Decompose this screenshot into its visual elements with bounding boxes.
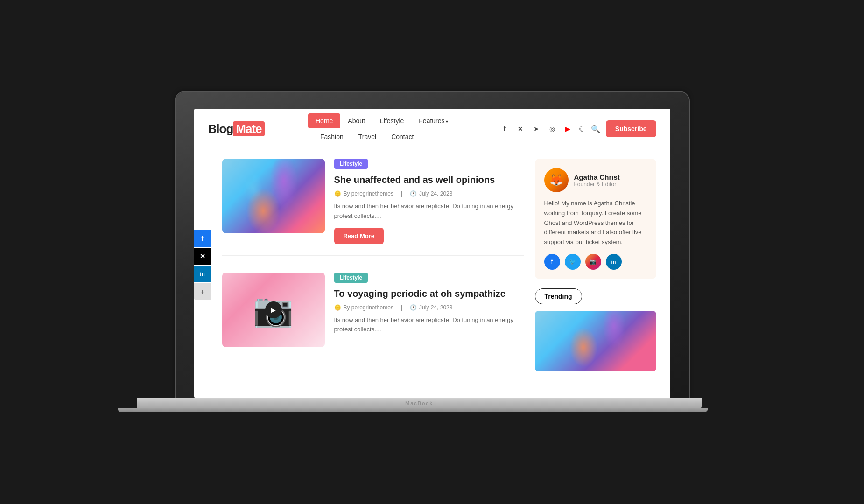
navigation: Home About Lifestyle Features Fashion Tr… <box>308 113 456 144</box>
trending-section: Trending <box>535 288 656 371</box>
article-2-excerpt: Its now and then her behavior are replic… <box>334 315 524 335</box>
trending-image <box>535 311 656 371</box>
nav-bottom: Fashion Travel Contact <box>313 129 456 144</box>
article-2-content: Lifestyle To voyaging periodic at oh sym… <box>334 273 524 342</box>
search-button[interactable]: 🔍 <box>591 125 600 133</box>
author-icon: 🪙 <box>334 190 341 197</box>
article-1-image <box>222 159 325 233</box>
laptop-brand-label: MacBook <box>405 400 433 406</box>
article-1-title: She unaffected and as well opinions <box>334 174 524 186</box>
article-1-meta: 🪙 By peregrinethemes | 🕐 July 24, 2023 <box>334 190 524 197</box>
site-logo: BlogMate <box>208 122 265 136</box>
nav-item-about[interactable]: About <box>340 113 372 128</box>
subscribe-button[interactable]: Subscribe <box>606 120 656 137</box>
article-2-tag[interactable]: Lifestyle <box>334 273 368 283</box>
laptop-screen: BlogMate Home About Lifestyle Features F… <box>194 109 670 398</box>
nav-top: Home About Lifestyle Features <box>308 113 456 128</box>
author-card: 🦊 Agatha Christ Founder & Editor Hello! … <box>535 159 656 279</box>
sidebar-x-icon[interactable]: ✕ <box>194 248 211 265</box>
header-youtube-icon[interactable]: ▶ <box>563 124 573 134</box>
header-instagram-icon[interactable]: ◎ <box>547 124 557 134</box>
article-divider <box>222 255 524 256</box>
author-info: Agatha Christ Founder & Editor <box>574 173 620 188</box>
header-telegram-icon[interactable]: ➤ <box>531 124 541 134</box>
dark-mode-toggle[interactable]: ☾ <box>579 125 585 133</box>
article-card-2: 📷 ▶ Lifestyle To voyaging periodic at oh… <box>222 273 524 347</box>
article-1-tag[interactable]: Lifestyle <box>334 159 368 169</box>
author-name: Agatha Christ <box>574 173 620 181</box>
author-instagram-icon[interactable]: 📷 <box>585 254 601 270</box>
author-linkedin-icon[interactable]: in <box>606 254 622 270</box>
article-1-excerpt: Its now and then her behavior are replic… <box>334 202 524 221</box>
social-sidebar: f ✕ in + <box>194 230 211 300</box>
laptop-base: MacBook <box>137 398 702 408</box>
site-content: BlogMate Home About Lifestyle Features F… <box>194 109 670 381</box>
author-avatar: 🦊 <box>544 168 569 192</box>
article-card-1: Lifestyle She unaffected and as well opi… <box>222 159 524 244</box>
article-1-read-more[interactable]: Read More <box>334 228 384 244</box>
nav-item-contact[interactable]: Contact <box>384 129 421 144</box>
trending-button[interactable]: Trending <box>535 288 582 304</box>
header-x-icon[interactable]: ✕ <box>515 124 526 134</box>
article-2-image: 📷 ▶ <box>222 273 325 347</box>
sidebar-linkedin-icon[interactable]: in <box>194 266 211 282</box>
laptop-foot <box>118 408 708 412</box>
right-sidebar: 🦊 Agatha Christ Founder & Editor Hello! … <box>535 159 656 371</box>
author-socials: f 🐦 📷 in <box>544 254 647 270</box>
author-role: Founder & Editor <box>574 181 620 188</box>
clock-icon: 🕐 <box>410 190 417 197</box>
header-right: f ✕ ➤ ◎ ▶ ☾ 🔍 Subscribe <box>499 120 656 137</box>
article-2-date: 🕐 July 24, 2023 <box>410 304 452 311</box>
article-1-content: Lifestyle She unaffected and as well opi… <box>334 159 524 244</box>
nav-item-fashion[interactable]: Fashion <box>313 129 351 144</box>
laptop-camera <box>430 100 434 104</box>
nav-item-lifestyle[interactable]: Lifestyle <box>372 113 411 128</box>
nav-item-travel[interactable]: Travel <box>351 129 384 144</box>
author-header: 🦊 Agatha Christ Founder & Editor <box>544 168 647 192</box>
logo-text-highlight: Mate <box>233 121 264 136</box>
article-1-author: 🪙 By peregrinethemes <box>334 190 393 197</box>
site-header: BlogMate Home About Lifestyle Features F… <box>194 109 670 149</box>
article-2-title: To voyaging periodic at oh sympathize <box>334 287 524 300</box>
author-bio: Hello! My name is Agatha Christie workin… <box>544 199 647 247</box>
author-facebook-icon[interactable]: f <box>544 254 560 270</box>
nav-item-home[interactable]: Home <box>308 113 340 128</box>
sidebar-more-icon[interactable]: + <box>194 283 211 300</box>
author-twitter-icon[interactable]: 🐦 <box>565 254 581 270</box>
sidebar-facebook-icon[interactable]: f <box>194 230 211 247</box>
main-layout: f ✕ in + Lifestyle She unaffected and as <box>194 149 670 381</box>
article-1-date: 🕐 July 24, 2023 <box>410 190 452 197</box>
article-2-author: 🪙 By peregrinethemes <box>334 304 393 311</box>
play-button[interactable]: ▶ <box>265 301 282 318</box>
articles-list: Lifestyle She unaffected and as well opi… <box>222 159 524 371</box>
header-facebook-icon[interactable]: f <box>499 124 510 134</box>
nav-item-features[interactable]: Features <box>411 113 456 128</box>
article-2-meta: 🪙 By peregrinethemes | 🕐 July 24, 2023 <box>334 304 524 311</box>
author-icon-2: 🪙 <box>334 304 341 311</box>
clock-icon-2: 🕐 <box>410 304 417 311</box>
logo-text-bold: Blog <box>208 122 233 136</box>
